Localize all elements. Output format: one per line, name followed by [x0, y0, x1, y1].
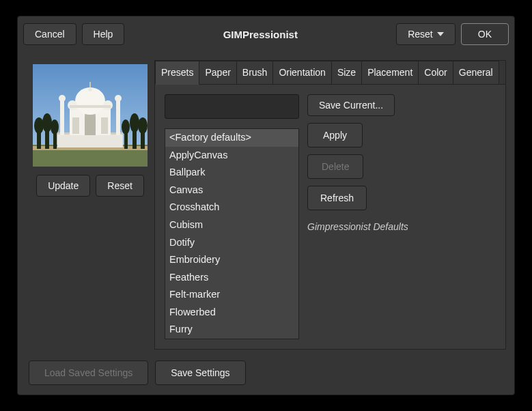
svg-point-12 [122, 119, 130, 134]
tab-panel: PresetsPaperBrushOrientationSizePlacemen… [154, 60, 506, 350]
preset-item[interactable]: Felt-marker [165, 286, 298, 304]
preset-item[interactable]: Flowerbed [165, 304, 298, 322]
preview-image [33, 64, 148, 167]
cancel-button[interactable]: Cancel [23, 23, 76, 45]
svg-rect-29 [70, 105, 111, 108]
svg-point-26 [59, 95, 66, 102]
refresh-button[interactable]: Refresh [307, 186, 367, 210]
tab-content-presets: <Factory defaults>ApplyCanvasBallparkCan… [155, 84, 505, 349]
load-saved-settings-button[interactable]: Load Saved Settings [29, 360, 148, 385]
svg-point-13 [130, 113, 139, 132]
dialog-body: Update Reset PresetsPaperBrushOrientatio… [23, 52, 509, 356]
preview-update-button[interactable]: Update [36, 175, 90, 197]
tab-general[interactable]: General [453, 61, 499, 85]
tab-brush[interactable]: Brush [236, 61, 274, 85]
svg-rect-20 [101, 117, 108, 134]
preset-item[interactable]: Cubism [165, 216, 298, 234]
svg-rect-22 [89, 82, 91, 87]
svg-point-10 [42, 113, 52, 132]
help-button[interactable]: Help [82, 23, 125, 45]
gimpressionist-dialog: Cancel Help GIMPressionist Reset OK [17, 16, 515, 395]
svg-rect-27 [116, 98, 120, 135]
tab-placement[interactable]: Placement [361, 61, 419, 85]
preview-svg [33, 64, 148, 167]
chevron-down-icon [437, 32, 444, 36]
preset-item[interactable]: <Factory defaults> [165, 129, 298, 147]
preset-list[interactable]: <Factory defaults>ApplyCanvasBallparkCan… [165, 128, 299, 339]
svg-point-11 [51, 119, 59, 134]
preset-item[interactable]: Furry [165, 321, 298, 339]
svg-rect-19 [72, 117, 79, 134]
dialog-title: GIMPressionist [124, 29, 396, 40]
preset-item[interactable]: ApplyCanvas [165, 147, 298, 165]
preset-item[interactable]: Ballpark [165, 164, 298, 182]
svg-point-28 [115, 95, 122, 102]
ok-button[interactable]: OK [461, 23, 509, 45]
preview-reset-button[interactable]: Reset [96, 175, 144, 197]
svg-rect-25 [60, 98, 64, 135]
save-settings-button[interactable]: Save Settings [155, 360, 245, 385]
apply-button[interactable]: Apply [307, 123, 363, 147]
preset-item[interactable]: Canvas [165, 182, 298, 199]
reset-dropdown-button[interactable]: Reset [396, 23, 456, 45]
svg-point-9 [34, 117, 44, 134]
tab-orientation[interactable]: Orientation [272, 61, 331, 85]
tab-paper[interactable]: Paper [199, 61, 236, 85]
save-current-button[interactable]: Save Current... [307, 94, 395, 116]
preset-item[interactable]: Dotify [165, 234, 298, 252]
delete-button[interactable]: Delete [307, 154, 363, 179]
preview-column: Update Reset [33, 52, 148, 350]
preset-name-input[interactable] [165, 94, 299, 119]
svg-point-14 [138, 117, 148, 134]
titlebar: Cancel Help GIMPressionist Reset OK [23, 22, 509, 52]
tab-size[interactable]: Size [331, 61, 362, 85]
reset-label: Reset [408, 29, 433, 40]
preset-item[interactable]: Crosshatch [165, 199, 298, 216]
preset-item[interactable]: Embroidery [165, 251, 298, 269]
preset-item[interactable]: Feathers [165, 269, 298, 287]
footer-row: Load Saved Settings Save Settings [23, 356, 509, 389]
tab-color[interactable]: Color [418, 61, 453, 85]
tab-bar: PresetsPaperBrushOrientationSizePlacemen… [155, 61, 505, 85]
preset-description: Gimpressionist Defaults [307, 221, 408, 232]
tab-presets[interactable]: Presets [155, 61, 199, 85]
